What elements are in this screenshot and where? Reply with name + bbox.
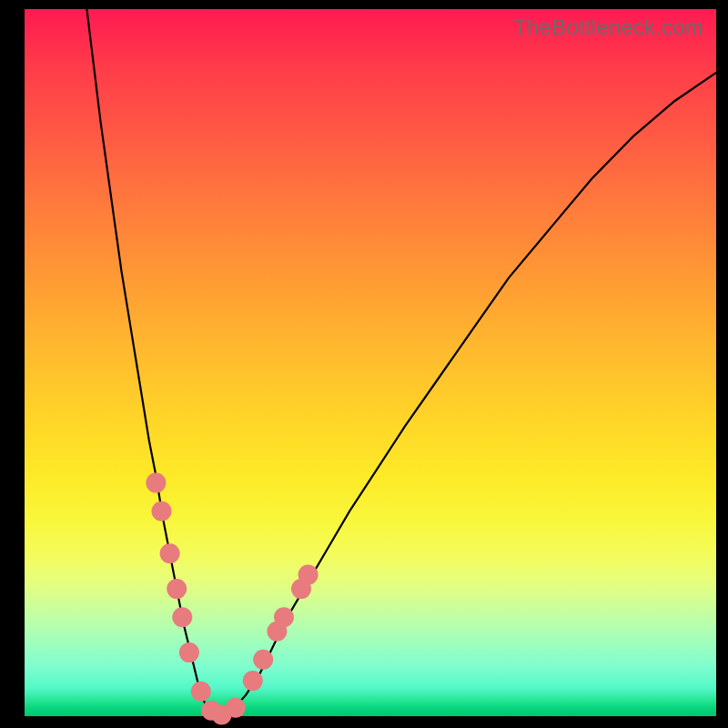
data-marker (274, 607, 294, 627)
data-marker (191, 682, 211, 702)
data-marker (160, 543, 180, 563)
chart-frame: TheBottleneck.com (0, 0, 728, 728)
data-marker (172, 607, 192, 627)
data-marker (179, 642, 199, 662)
chart-svg (25, 9, 716, 716)
data-marker (152, 501, 172, 521)
marker-group (146, 473, 318, 725)
data-marker (253, 650, 273, 670)
data-marker (298, 565, 318, 585)
data-marker (146, 473, 166, 493)
data-marker (226, 698, 246, 718)
data-marker (243, 671, 263, 691)
plot-area: TheBottleneck.com (25, 9, 716, 716)
data-marker (167, 579, 187, 599)
